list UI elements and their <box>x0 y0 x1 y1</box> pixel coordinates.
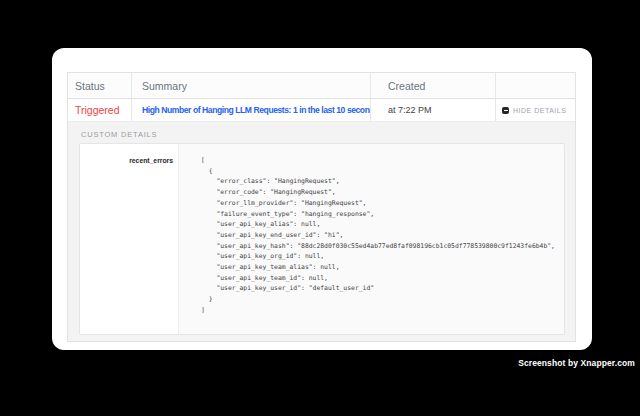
created-timestamp: at 7:22 PM <box>388 105 432 115</box>
status-badge: Triggered <box>75 104 120 116</box>
hide-details-button[interactable]: HIDE DETAILS <box>502 107 566 114</box>
details-key-label: recent_errors <box>129 157 173 164</box>
column-header-label: Summary <box>142 80 187 92</box>
alerts-table: Status Summary Created Triggered High Nu… <box>67 72 576 342</box>
column-header-label: Status <box>75 80 105 92</box>
table-header-row: Status Summary Created <box>68 73 575 99</box>
custom-details-panel: recent_errors [ { "error_class": "Hangin… <box>79 143 565 335</box>
hide-details-label: HIDE DETAILS <box>513 107 566 114</box>
xnapper-watermark: Screenshot by Xnapper.com <box>518 358 635 368</box>
column-header-label: Created <box>388 80 425 92</box>
details-value-cell: [ { "error_class": "HangingRequest", "er… <box>179 144 564 334</box>
alert-details-card: Status Summary Created Triggered High Nu… <box>52 48 592 350</box>
summary-cell: High Number of Hanging LLM Requests: 1 i… <box>132 99 371 121</box>
alert-summary-link[interactable]: High Number of Hanging LLM Requests: 1 i… <box>142 105 371 115</box>
column-header-summary: Summary <box>132 73 371 98</box>
recent-errors-json: [ { "error_class": "HangingRequest", "er… <box>201 155 564 316</box>
status-cell: Triggered <box>68 99 132 121</box>
column-header-status: Status <box>68 73 132 98</box>
column-header-actions <box>496 73 575 98</box>
details-key-cell: recent_errors <box>80 144 179 334</box>
custom-details-heading: CUSTOM DETAILS <box>81 130 565 140</box>
created-cell: at 7:22 PM <box>371 99 496 121</box>
actions-cell: HIDE DETAILS <box>496 99 575 121</box>
column-header-created: Created <box>371 73 496 98</box>
minus-square-icon <box>502 107 509 114</box>
expanded-details-section: CUSTOM DETAILS recent_errors [ { "error_… <box>68 122 575 341</box>
alert-row: Triggered High Number of Hanging LLM Req… <box>68 99 575 122</box>
